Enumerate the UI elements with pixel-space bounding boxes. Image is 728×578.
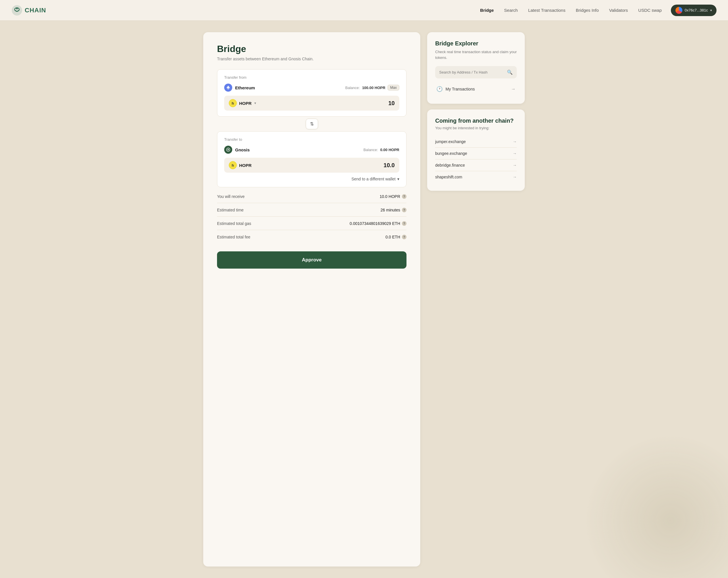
swap-direction-button[interactable]: ⇅ (306, 119, 318, 129)
token-amount-to: 10.0 (384, 162, 395, 169)
max-button[interactable]: Max (388, 85, 399, 91)
explorer-card: Bridge Explorer Check real time transact… (427, 32, 525, 104)
fee-value-fee: 0.0 ETH ? (386, 235, 407, 239)
wallet-address: 0x76c7...381c (685, 8, 708, 12)
debridge-finance-link[interactable]: debridge.finance → (435, 159, 517, 171)
from-chain-name: Ethereum (235, 85, 255, 90)
fee-value-gas: 0.00107344801639029 ETH ? (349, 221, 407, 226)
nav-link-bridge[interactable]: Bridge (480, 8, 494, 12)
jumper-arrow-icon: → (513, 139, 517, 144)
search-icon: 🔍 (507, 70, 513, 75)
fee-value-receive: 10.0 HOPR ? (380, 194, 407, 199)
gnosis-icon (224, 146, 232, 154)
my-transactions-link[interactable]: 🕐 My Transactions → (435, 82, 517, 96)
bungee-exchange-link[interactable]: bungee.exchange → (435, 148, 517, 159)
hopr-icon-to: h (229, 161, 237, 169)
fee-row-gas: Estimated total gas 0.00107344801639029 … (217, 221, 407, 230)
hopr-icon-from: h (229, 99, 237, 107)
info-icon-gas[interactable]: ? (402, 221, 407, 226)
from-token-input[interactable]: h HOPR ▾ 10 (224, 96, 399, 110)
token-amount-from: 10 (388, 100, 395, 106)
page-title: Bridge (217, 44, 407, 54)
fee-label-time: Estimated time (217, 208, 244, 212)
different-wallet-toggle[interactable]: Send to a different wallet ▾ (224, 177, 399, 181)
chevron-down-icon: ▾ (710, 8, 712, 12)
nav-item-validators[interactable]: Validators (609, 8, 628, 13)
different-wallet-label: Send to a different wallet (352, 177, 396, 181)
shapeshift-label: shapeshift.com (435, 175, 462, 179)
fee-row-time: Estimated time 26 minutes ? (217, 208, 407, 217)
logo[interactable]: CHAIN (11, 5, 46, 16)
from-balance: Balance: 100.00 HOPR Max (345, 85, 399, 91)
nav-item-latest[interactable]: Latest Transactions (528, 8, 566, 13)
wallet-avatar (675, 7, 682, 14)
arrow-right-icon: → (511, 86, 516, 92)
fee-label-fee: Estimated total fee (217, 235, 250, 239)
svg-point-2 (16, 8, 18, 9)
right-panel: Bridge Explorer Check real time transact… (427, 32, 525, 567)
balance-value-from: 100.00 HOPR (362, 85, 385, 90)
other-chains-description: You might be interested in trying: (435, 126, 517, 130)
explorer-title: Bridge Explorer (435, 40, 517, 47)
different-wallet-chevron: ▾ (397, 177, 399, 181)
navbar: CHAIN Bridge Search Latest Transactions … (0, 0, 728, 21)
nav-item-usdc[interactable]: USDC swap (638, 8, 662, 13)
nav-item-bridge[interactable]: Bridge (480, 8, 494, 13)
fees-section: You will receive 10.0 HOPR ? Estimated t… (217, 194, 407, 243)
fee-value-time: 26 minutes ? (381, 208, 407, 212)
fee-amount-gas: 0.00107344801639029 ETH (349, 221, 400, 226)
nav-link-bridges-info[interactable]: Bridges Info (576, 8, 599, 12)
my-transactions-label: My Transactions (445, 87, 475, 91)
transfer-to-label: Transfer to (224, 137, 399, 142)
svg-point-0 (12, 5, 22, 16)
fee-label-gas: Estimated total gas (217, 221, 251, 226)
clock-icon: 🕐 (436, 86, 443, 92)
other-chains-title: Coming from another chain? (435, 118, 517, 124)
nav-link-validators[interactable]: Validators (609, 8, 628, 12)
nav-links: Bridge Search Latest Transactions Bridge… (480, 8, 662, 13)
swap-button-wrapper: ⇅ (217, 116, 407, 131)
fee-row-receive: You will receive 10.0 HOPR ? (217, 194, 407, 203)
balance-label-to: Balance: (363, 148, 378, 152)
balance-value-to: 0.00 HOPR (380, 148, 399, 152)
fee-amount-time: 26 minutes (381, 208, 400, 212)
nav-link-usdc[interactable]: USDC swap (638, 8, 662, 12)
to-chain-name: Gnosis (235, 147, 250, 152)
token-selector-to[interactable]: h HOPR (229, 161, 252, 169)
balance-label-from: Balance: (345, 85, 360, 90)
fee-label-receive: You will receive (217, 194, 244, 199)
nav-link-search[interactable]: Search (504, 8, 518, 12)
fee-amount-receive: 10.0 HOPR (380, 194, 400, 199)
explorer-description: Check real time transaction status and c… (435, 49, 517, 60)
transfer-to-section: Transfer to Gnosis Balance: 0.00 HOPR (217, 131, 407, 187)
explorer-search-input[interactable] (439, 70, 505, 74)
info-icon-fee[interactable]: ? (402, 235, 407, 239)
jumper-exchange-link[interactable]: jumper.exchange → (435, 136, 517, 148)
transfer-from-section: Transfer from Ethereum Balance: 100.00 H… (217, 69, 407, 117)
shapeshift-link[interactable]: shapeshift.com → (435, 171, 517, 183)
bungee-exchange-label: bungee.exchange (435, 151, 467, 156)
to-token-input[interactable]: h HOPR 10.0 (224, 158, 399, 173)
to-chain-info: Gnosis (224, 146, 250, 154)
shapeshift-arrow-icon: → (513, 175, 517, 179)
nav-link-latest[interactable]: Latest Transactions (528, 8, 566, 12)
ethereum-icon (224, 83, 232, 92)
info-icon-receive[interactable]: ? (402, 194, 407, 199)
to-chain-row: Gnosis Balance: 0.00 HOPR (224, 146, 399, 154)
fee-amount-fee: 0.0 ETH (386, 235, 400, 239)
nav-item-bridges-info[interactable]: Bridges Info (576, 8, 599, 13)
nav-item-search[interactable]: Search (504, 8, 518, 13)
fee-row-fee: Estimated total fee 0.0 ETH ? (217, 235, 407, 243)
token-chevron-icon: ▾ (254, 101, 256, 105)
info-icon-time[interactable]: ? (402, 208, 407, 212)
explorer-search-box[interactable]: 🔍 (435, 66, 517, 78)
bridge-card: Bridge Transfer assets between Ethereum … (203, 32, 420, 567)
wallet-button[interactable]: 0x76c7...381c ▾ (671, 5, 717, 16)
debridge-finance-label: debridge.finance (435, 163, 465, 168)
my-transactions-left: 🕐 My Transactions (436, 86, 475, 92)
from-chain-row: Ethereum Balance: 100.00 HOPR Max (224, 83, 399, 92)
svg-point-4 (228, 149, 229, 151)
approve-button[interactable]: Approve (217, 251, 407, 269)
jumper-exchange-label: jumper.exchange (435, 139, 466, 144)
token-selector-from[interactable]: h HOPR ▾ (229, 99, 256, 107)
